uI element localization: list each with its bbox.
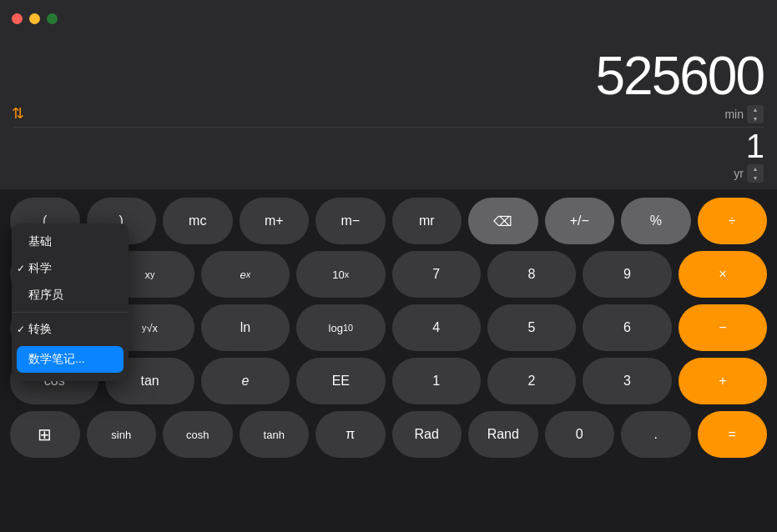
m-plus-button[interactable]: m+	[240, 198, 310, 244]
decimal-button[interactable]: .	[621, 411, 691, 458]
7-button[interactable]: 7	[392, 251, 481, 298]
sort-icon[interactable]: ⇅	[12, 104, 24, 123]
e-x-button[interactable]: ex	[201, 251, 290, 298]
dropdown-menu: 基础 科学 程序员 转换 数学笔记...	[12, 223, 129, 381]
1-button[interactable]: 1	[392, 358, 481, 404]
rad-button[interactable]: Rad	[392, 411, 462, 458]
titlebar	[0, 0, 777, 37]
ee-button[interactable]: EE	[296, 358, 385, 404]
mc-button[interactable]: mc	[163, 198, 233, 244]
ln-button[interactable]: ln	[201, 304, 290, 351]
cosh-button[interactable]: cosh	[163, 411, 233, 458]
secondary-unit-stepper[interactable]: ▲ ▼	[747, 164, 764, 183]
minus-button[interactable]: −	[679, 304, 767, 351]
divide-button[interactable]: ÷	[698, 198, 768, 244]
tanh-button[interactable]: tanh	[240, 411, 310, 458]
log10-button[interactable]: log10	[296, 304, 385, 351]
minimize-button[interactable]	[29, 13, 40, 24]
plusminus-button[interactable]: +/−	[545, 198, 615, 244]
maximize-button[interactable]	[47, 13, 58, 24]
main-unit-stepper[interactable]: ▲ ▼	[747, 105, 764, 123]
secondary-display: 1	[13, 128, 764, 164]
dropdown-science-label: 科学	[28, 261, 52, 276]
main-unit-label: min	[724, 108, 744, 121]
equals-button[interactable]: =	[698, 411, 768, 458]
3-button[interactable]: 3	[583, 358, 671, 404]
unit-stepper-down[interactable]: ▼	[747, 114, 764, 123]
4-button[interactable]: 4	[392, 304, 481, 351]
ten-x-button[interactable]: 10x	[296, 251, 385, 298]
9-button[interactable]: 9	[583, 251, 671, 298]
unit-stepper-up[interactable]: ▲	[747, 105, 764, 114]
secondary-unit-stepper-down[interactable]: ▼	[747, 173, 764, 183]
dropdown-science[interactable]: 科学	[12, 255, 129, 282]
close-button[interactable]	[12, 13, 23, 24]
dropdown-math-notes-label: 数学笔记...	[28, 352, 85, 367]
secondary-unit-stepper-up[interactable]: ▲	[747, 164, 764, 173]
dropdown-basic-label: 基础	[28, 234, 52, 249]
dropdown-convert-label: 转换	[28, 322, 52, 337]
plus-button[interactable]: +	[679, 358, 767, 404]
mr-button[interactable]: mr	[392, 198, 462, 244]
dropdown-programmer-label: 程序员	[28, 288, 63, 303]
rand-button[interactable]: Rand	[468, 411, 538, 458]
main-display: 525600	[13, 43, 764, 105]
8-button[interactable]: 8	[487, 251, 576, 298]
pi-button[interactable]: π	[315, 411, 386, 458]
m-minus-button[interactable]: m−	[315, 198, 386, 244]
multiply-button[interactable]: ×	[679, 251, 767, 298]
backspace-button[interactable]: ⌫	[468, 198, 538, 244]
5-button[interactable]: 5	[487, 304, 576, 351]
e-const-button[interactable]: e	[201, 358, 290, 404]
2-button[interactable]: 2	[487, 358, 576, 404]
dropdown-divider	[12, 312, 129, 313]
percent-button[interactable]: %	[621, 198, 691, 244]
dropdown-basic[interactable]: 基础	[12, 228, 129, 255]
dropdown-convert[interactable]: 转换	[12, 316, 129, 343]
calc-icon-button[interactable]: ⊞	[10, 411, 80, 458]
0-button[interactable]: 0	[545, 411, 615, 458]
sinh-button[interactable]: sinh	[87, 411, 157, 458]
button-row-5: ⊞ sinh cosh tanh π Rad Rand 0 . =	[10, 411, 767, 458]
display-area: ⇅ 525600 min ▲ ▼ 1 yr ▲ ▼	[0, 37, 777, 189]
dropdown-programmer[interactable]: 程序员	[12, 282, 129, 309]
dropdown-math-notes[interactable]: 数学笔记...	[17, 346, 124, 373]
secondary-unit-label: yr	[734, 167, 744, 180]
6-button[interactable]: 6	[583, 304, 671, 351]
